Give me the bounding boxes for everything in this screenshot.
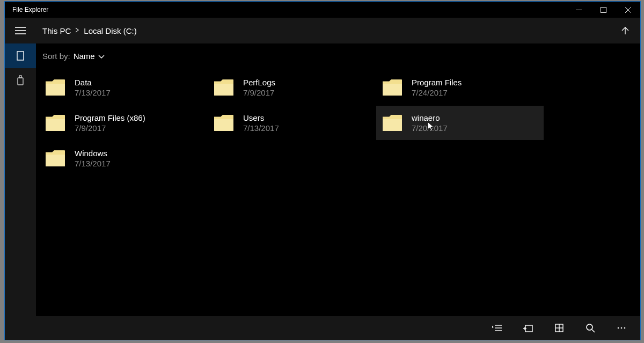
svg-point-23 xyxy=(618,327,619,329)
folder-date: 7/13/2017 xyxy=(75,87,111,98)
details-view-button[interactable] xyxy=(481,317,513,339)
folder-item[interactable]: winaero7/20/2017 xyxy=(376,106,544,140)
folder-icon xyxy=(383,115,402,131)
folder-item[interactable]: Windows7/13/2017 xyxy=(39,141,207,176)
folder-icon xyxy=(46,79,65,96)
titlebar[interactable]: File Explorer xyxy=(5,2,640,18)
folder-item[interactable]: Program Files7/24/2017 xyxy=(376,70,544,105)
folder-date: 7/13/2017 xyxy=(75,158,111,169)
folder-name: Data xyxy=(75,77,111,88)
rail-item-removable[interactable] xyxy=(5,68,36,93)
folder-name: winaero xyxy=(412,113,448,123)
svg-rect-9 xyxy=(18,78,23,85)
svg-rect-1 xyxy=(601,7,606,12)
folder-item[interactable]: Program Files (x86)7/9/2017 xyxy=(39,106,207,140)
search-button[interactable] xyxy=(575,317,606,339)
folder-name: PerfLogs xyxy=(243,77,275,88)
folder-icon xyxy=(46,150,65,166)
items-grid: Data7/13/2017PerfLogs7/9/2017Program Fil… xyxy=(36,68,640,316)
sort-by-label: Sort by: xyxy=(42,52,70,61)
breadcrumb: This PC Local Disk (C:) xyxy=(36,26,137,35)
rail-item-local[interactable] xyxy=(5,43,36,68)
folder-date: 7/13/2017 xyxy=(243,123,279,134)
svg-line-22 xyxy=(592,330,595,332)
folder-date: 7/24/2017 xyxy=(412,87,462,98)
close-button[interactable] xyxy=(616,2,640,18)
chevron-down-icon xyxy=(98,52,105,61)
folder-icon xyxy=(214,79,233,96)
folder-date: 7/20/2017 xyxy=(412,123,448,134)
sort-bar[interactable]: Sort by: Name xyxy=(36,43,640,68)
new-folder-button[interactable] xyxy=(513,317,544,339)
command-bar xyxy=(36,316,640,340)
chevron-right-icon xyxy=(74,27,80,34)
folder-icon xyxy=(214,115,233,131)
navbar: This PC Local Disk (C:) xyxy=(5,18,640,43)
svg-rect-8 xyxy=(17,52,24,60)
folder-name: Windows xyxy=(75,148,111,159)
hamburger-menu-button[interactable] xyxy=(5,18,36,43)
folder-icon xyxy=(46,115,65,131)
folder-icon xyxy=(383,79,402,96)
minimize-button[interactable] xyxy=(566,2,591,18)
sort-by-value: Name xyxy=(74,52,95,61)
folder-date: 7/9/2017 xyxy=(243,87,275,98)
more-options-button[interactable] xyxy=(606,317,637,339)
folder-name: Users xyxy=(243,113,279,123)
file-explorer-window: File Explorer This PC Local Disk (C:) xyxy=(4,1,641,340)
folder-item[interactable]: Data7/13/2017 xyxy=(39,70,207,105)
folder-date: 7/9/2017 xyxy=(75,123,145,134)
content-panel: Sort by: Name Data7/13/2017PerfLogs7/9/2… xyxy=(36,43,640,340)
folder-name: Program Files (x86) xyxy=(75,113,145,123)
svg-point-24 xyxy=(621,327,623,329)
up-one-level-button[interactable] xyxy=(610,18,640,43)
maximize-button[interactable] xyxy=(591,2,616,18)
svg-point-25 xyxy=(624,327,626,329)
svg-point-21 xyxy=(587,324,592,330)
breadcrumb-root[interactable]: This PC xyxy=(42,26,71,35)
breadcrumb-current[interactable]: Local Disk (C:) xyxy=(84,26,136,35)
folder-item[interactable]: Users7/13/2017 xyxy=(208,106,375,140)
folder-name: Program Files xyxy=(412,77,462,88)
window-title: File Explorer xyxy=(12,6,48,13)
folder-item[interactable]: PerfLogs7/9/2017 xyxy=(208,70,375,105)
left-rail xyxy=(5,43,36,340)
layout-view-button[interactable] xyxy=(544,317,575,339)
svg-rect-10 xyxy=(19,76,21,78)
